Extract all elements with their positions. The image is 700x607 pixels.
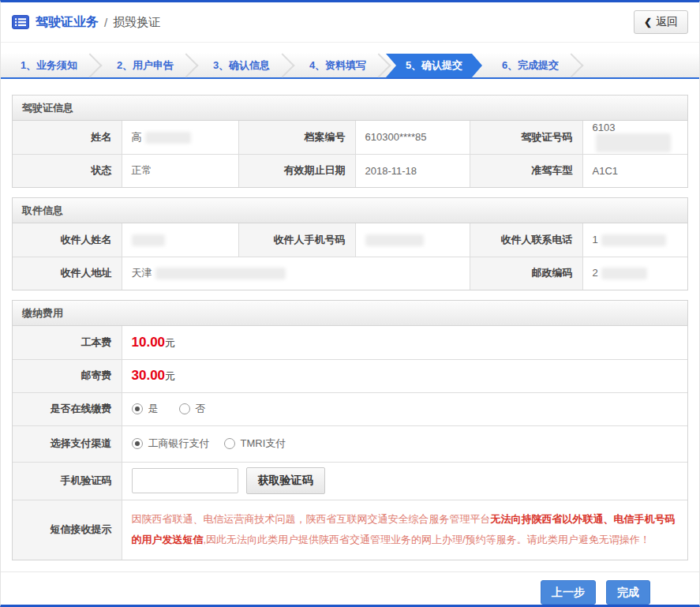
sms-code-label: 手机验证码 (13, 462, 122, 500)
radio-checked-icon[interactable] (132, 403, 143, 414)
radio-unchecked-icon[interactable] (179, 403, 190, 414)
radio-option-tmri-label: TMRI支付 (241, 437, 286, 451)
vehicle-class-value: A1C1 (582, 154, 687, 187)
vehicle-class-label: 准驾车型 (470, 154, 582, 187)
recipient-phone-label: 收件人联系电话 (470, 223, 582, 257)
license-no-value: 6103 (582, 121, 687, 154)
postal-code-value: 2 (582, 257, 687, 290)
name-value: 高 (122, 121, 238, 154)
sms-notice-label: 短信接收提示 (13, 500, 122, 560)
production-fee-label: 工本费 (13, 326, 122, 359)
table-row: 手机验证码 获取验证码 (13, 462, 687, 500)
redacted-recipient-address (155, 268, 286, 279)
previous-step-button[interactable]: 上一步 (541, 580, 596, 605)
postage-fee-label: 邮寄费 (13, 359, 122, 392)
fees-table: 工本费 10.00元 邮寄费 30.00元 是否在线缴费 是 (13, 326, 687, 560)
form-list-icon (12, 15, 29, 29)
table-row: 姓名 高 档案编号 610300****85 驾驶证号码 6103 (13, 121, 687, 154)
step-5-confirm-submit: 5、确认提交 (386, 54, 482, 77)
recipient-name-value (122, 223, 238, 257)
online-payment-label: 是否在线缴费 (13, 392, 122, 425)
payment-channel-label: 选择支付渠道 (13, 425, 122, 462)
redacted-license-no (596, 133, 671, 152)
recipient-mobile-value (355, 223, 470, 257)
status-value: 正常 (122, 154, 238, 187)
footer-actions: 上一步 完成 (1, 571, 699, 605)
table-row: 状态 正常 有效期止日期 2018-11-18 准驾车型 A1C1 (13, 154, 687, 187)
step-4-fill-data: 4、资料填写 (290, 54, 386, 77)
page-title: 驾驶证业务 (36, 14, 99, 31)
table-row: 是否在线缴费 是 否 (13, 392, 687, 425)
pickup-info-section: 取件信息 收件人姓名 收件人手机号码 收件人联系电话 1 收件人地址 天津 邮政… (12, 197, 688, 290)
back-button[interactable]: ❮ 返回 (634, 10, 688, 34)
back-button-label: 返回 (656, 15, 678, 29)
license-no-label: 驾驶证号码 (470, 121, 582, 154)
recipient-phone-value: 1 (582, 223, 687, 257)
license-info-table: 姓名 高 档案编号 610300****85 驾驶证号码 6103 状态 正常 … (13, 121, 687, 187)
postage-fee-amount: 30.00 (132, 368, 166, 383)
page-header: 驾驶证业务 / 损毁换证 ❮ 返回 (1, 2, 699, 43)
file-no-value: 610300****85 (355, 121, 470, 154)
production-fee-value: 10.00元 (122, 326, 687, 359)
online-payment-value: 是 否 (122, 392, 687, 425)
radio-option-icbc[interactable]: 工商银行支付 (132, 437, 210, 451)
redacted-name (145, 132, 191, 144)
table-row: 收件人姓名 收件人手机号码 收件人联系电话 1 (13, 223, 687, 257)
expiry-label: 有效期止日期 (238, 154, 355, 187)
recipient-name-label: 收件人姓名 (13, 223, 122, 257)
production-fee-unit: 元 (165, 337, 175, 349)
radio-unchecked-icon[interactable] (224, 438, 235, 449)
redacted-postal-code (601, 268, 647, 279)
production-fee-amount: 10.00 (132, 335, 166, 350)
license-info-title: 驾驶证信息 (13, 96, 687, 121)
radio-option-yes[interactable]: 是 (132, 402, 159, 416)
table-row: 短信接收提示 因陕西省联通、电信运营商技术问题，陕西省互联网交通安全综合服务管理… (13, 500, 687, 560)
pickup-info-title: 取件信息 (13, 198, 687, 223)
breadcrumb-separator: / (104, 16, 107, 29)
page: 驾驶证业务 / 损毁换证 ❮ 返回 1、业务须知 2、用户申告 3、确认信息 4… (0, 0, 700, 607)
sms-notice-part3: ,因此无法向此类用户提供陕西省交通管理业务的网上办理/预约等服务。请此类用户避免… (204, 534, 650, 545)
step-progress-bar: 1、业务须知 2、用户申告 3、确认信息 4、资料填写 5、确认提交 6、完成提… (1, 54, 699, 79)
step-1-notice: 1、业务须知 (1, 54, 97, 77)
fees-title: 缴纳费用 (13, 301, 687, 326)
redacted-recipient-mobile (365, 234, 424, 246)
postage-fee-unit: 元 (165, 370, 175, 382)
radio-option-yes-label: 是 (148, 402, 159, 416)
license-info-section: 驾驶证信息 姓名 高 档案编号 610300****85 驾驶证号码 6103 … (12, 95, 688, 188)
fees-section: 缴纳费用 工本费 10.00元 邮寄费 30.00元 是否在线缴费 (12, 300, 688, 560)
table-row: 选择支付渠道 工商银行支付 TMRI支付 (13, 425, 687, 462)
finish-button[interactable]: 完成 (606, 580, 650, 605)
table-row: 邮寄费 30.00元 (13, 359, 687, 392)
name-label: 姓名 (13, 121, 122, 154)
breadcrumb-current: 损毁换证 (113, 15, 160, 30)
recipient-mobile-label: 收件人手机号码 (238, 223, 355, 257)
postal-code-label: 邮政编码 (470, 257, 582, 290)
radio-checked-icon[interactable] (132, 438, 143, 449)
postage-fee-value: 30.00元 (122, 359, 687, 392)
file-no-label: 档案编号 (238, 121, 355, 154)
get-code-button[interactable]: 获取验证码 (246, 467, 325, 494)
radio-option-no[interactable]: 否 (179, 402, 206, 416)
step-6-complete: 6、完成提交 (482, 54, 578, 77)
sms-notice-text: 因陕西省联通、电信运营商技术问题，陕西省互联网交通安全综合服务管理平台无法向持陕… (122, 500, 687, 560)
sms-notice-part1: 因陕西省联通、电信运营商技术问题，陕西省互联网交通安全综合服务管理平台 (132, 513, 491, 525)
pickup-info-table: 收件人姓名 收件人手机号码 收件人联系电话 1 收件人地址 天津 邮政编码 2 (13, 223, 687, 290)
radio-option-no-label: 否 (196, 402, 206, 416)
chevron-left-icon: ❮ (644, 17, 652, 28)
redacted-recipient-name (132, 234, 165, 246)
sms-code-cell: 获取验证码 (122, 462, 687, 500)
step-2-declaration: 2、用户申告 (97, 54, 193, 77)
radio-option-icbc-label: 工商银行支付 (148, 437, 210, 451)
redacted-recipient-phone (601, 234, 666, 246)
table-row: 收件人地址 天津 邮政编码 2 (13, 257, 687, 290)
expiry-value: 2018-11-18 (355, 154, 470, 187)
step-3-confirm-info: 3、确认信息 (193, 54, 290, 77)
radio-option-tmri[interactable]: TMRI支付 (224, 437, 286, 451)
sms-code-input[interactable] (132, 468, 238, 493)
recipient-address-label: 收件人地址 (13, 257, 122, 290)
table-row: 工本费 10.00元 (13, 326, 687, 359)
status-label: 状态 (13, 154, 122, 187)
payment-channel-value: 工商银行支付 TMRI支付 (122, 425, 687, 462)
recipient-address-value: 天津 (122, 257, 470, 290)
